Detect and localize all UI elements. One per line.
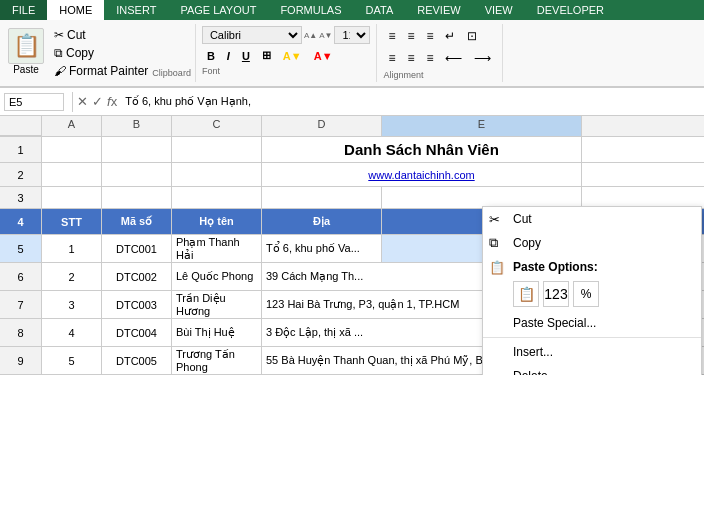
- underline-button[interactable]: U: [237, 48, 255, 64]
- col-header-E[interactable]: E: [382, 116, 582, 136]
- formula-bar: ✕ ✓ fx: [0, 88, 704, 116]
- cell-A3[interactable]: [42, 187, 102, 208]
- cell-A6[interactable]: 2: [42, 263, 102, 290]
- col-header-A[interactable]: A: [42, 116, 102, 136]
- paste-option-format[interactable]: %: [573, 281, 599, 307]
- tab-review[interactable]: REVIEW: [405, 0, 472, 20]
- cell-A9[interactable]: 5: [42, 347, 102, 374]
- font-grow-icon[interactable]: A▲: [304, 31, 317, 40]
- row-header-8[interactable]: 8: [0, 319, 42, 347]
- copy-button[interactable]: ⧉ Copy: [52, 45, 150, 61]
- cell-C9[interactable]: Trương Tấn Phong: [172, 347, 262, 374]
- paste-option-values[interactable]: 123: [543, 281, 569, 307]
- increase-indent-button[interactable]: ⟶: [469, 48, 496, 68]
- cell-B8[interactable]: DTC004: [102, 319, 172, 346]
- cut-label: Cut: [67, 28, 86, 42]
- format-painter-button[interactable]: 🖌 Format Painter: [52, 63, 150, 79]
- ctx-paste-special[interactable]: Paste Special...: [483, 311, 701, 335]
- ctx-copy[interactable]: ⧉ Copy: [483, 231, 701, 255]
- cell-C4-hoten[interactable]: Họ tên: [172, 209, 262, 234]
- fill-color-button[interactable]: A▼: [278, 48, 307, 64]
- cell-B2[interactable]: [102, 163, 172, 186]
- border-button[interactable]: ⊞: [257, 47, 276, 64]
- cell-A8[interactable]: 4: [42, 319, 102, 346]
- cancel-formula-icon[interactable]: ✕: [77, 94, 88, 109]
- confirm-formula-icon[interactable]: ✓: [92, 94, 103, 109]
- tab-home[interactable]: HOME: [47, 0, 104, 20]
- col-header-C[interactable]: C: [172, 116, 262, 136]
- bold-button[interactable]: B: [202, 48, 220, 64]
- decrease-indent-button[interactable]: ⟵: [440, 48, 467, 68]
- tab-formulas[interactable]: FORMULAS: [268, 0, 353, 20]
- cell-B9[interactable]: DTC005: [102, 347, 172, 374]
- paste-option-default[interactable]: 📋: [513, 281, 539, 307]
- paste-options-row: 📋 123 %: [483, 279, 701, 311]
- cell-B3[interactable]: [102, 187, 172, 208]
- row-header-4[interactable]: 4: [0, 209, 42, 235]
- tab-developer[interactable]: DEVELOPER: [525, 0, 616, 20]
- cell-D1-title[interactable]: Danh Sách Nhân Viên: [262, 137, 582, 162]
- cell-A2[interactable]: [42, 163, 102, 186]
- cell-E3[interactable]: [382, 187, 582, 208]
- cell-D5[interactable]: Tổ 6, khu phố Va...: [262, 235, 382, 262]
- font-group-title: Font: [202, 66, 371, 76]
- align-right-button[interactable]: ≡: [421, 48, 438, 68]
- insert-function-icon[interactable]: fx: [107, 94, 117, 109]
- row-header-6[interactable]: 6: [0, 263, 42, 291]
- cell-reference-input[interactable]: [4, 93, 64, 111]
- col-header-B[interactable]: B: [102, 116, 172, 136]
- tab-data[interactable]: DATA: [354, 0, 406, 20]
- cell-B7[interactable]: DTC003: [102, 291, 172, 318]
- cell-B6[interactable]: DTC002: [102, 263, 172, 290]
- ctx-insert[interactable]: Insert...: [483, 340, 701, 364]
- cut-button[interactable]: ✂ Cut: [52, 27, 150, 43]
- formula-input[interactable]: [121, 94, 700, 110]
- align-bottom-button[interactable]: ≡: [421, 26, 438, 46]
- cell-C5[interactable]: Phạm Thanh Hải: [172, 235, 262, 262]
- align-center-button[interactable]: ≡: [402, 48, 419, 68]
- font-name-select[interactable]: Calibri: [202, 26, 302, 44]
- paste-button[interactable]: 📋 Paste: [4, 26, 48, 77]
- cell-B1[interactable]: [102, 137, 172, 162]
- row-header-5[interactable]: 5: [0, 235, 42, 263]
- align-middle-button[interactable]: ≡: [402, 26, 419, 46]
- cell-D2-website[interactable]: www.dantaichinh.com: [262, 163, 582, 186]
- cell-C7[interactable]: Trần Diệu Hương: [172, 291, 262, 318]
- align-top-button[interactable]: ≡: [383, 26, 400, 46]
- cell-C6[interactable]: Lê Quốc Phong: [172, 263, 262, 290]
- col-header-D[interactable]: D: [262, 116, 382, 136]
- cell-C1[interactable]: [172, 137, 262, 162]
- font-shrink-icon[interactable]: A▼: [319, 31, 332, 40]
- cell-A5[interactable]: 1: [42, 235, 102, 262]
- cell-C8[interactable]: Bùi Thị Huệ: [172, 319, 262, 346]
- tab-file[interactable]: FILE: [0, 0, 47, 20]
- tab-view[interactable]: VIEW: [473, 0, 525, 20]
- merge-button[interactable]: ⊡: [462, 26, 482, 46]
- align-left-button[interactable]: ≡: [383, 48, 400, 68]
- row-header-2[interactable]: 2: [0, 163, 42, 187]
- row-header-1[interactable]: 1: [0, 137, 42, 163]
- ctx-insert-label: Insert...: [513, 345, 553, 359]
- ctx-cut[interactable]: ✂ Cut: [483, 207, 701, 231]
- font-size-select[interactable]: 11: [334, 26, 370, 44]
- row-header-7[interactable]: 7: [0, 291, 42, 319]
- row-header-9[interactable]: 9: [0, 347, 42, 375]
- cell-A4-stt[interactable]: STT: [42, 209, 102, 234]
- cell-D4-diachi[interactable]: Địa: [262, 209, 382, 234]
- cell-B4-maso[interactable]: Mã số: [102, 209, 172, 234]
- ctx-paste-options[interactable]: 📋 Paste Options:: [483, 255, 701, 279]
- cell-A7[interactable]: 3: [42, 291, 102, 318]
- tab-page-layout[interactable]: PAGE LAYOUT: [168, 0, 268, 20]
- ctx-delete[interactable]: Delete...: [483, 364, 701, 375]
- italic-button[interactable]: I: [222, 48, 235, 64]
- cell-C3[interactable]: [172, 187, 262, 208]
- cell-A1[interactable]: [42, 137, 102, 162]
- cell-B5[interactable]: DTC001: [102, 235, 172, 262]
- tab-insert[interactable]: INSERT: [104, 0, 168, 20]
- format-painter-icon: 🖌: [54, 64, 66, 78]
- cell-C2[interactable]: [172, 163, 262, 186]
- cell-D3[interactable]: [262, 187, 382, 208]
- row-header-3[interactable]: 3: [0, 187, 42, 209]
- font-color-button[interactable]: A▼: [309, 48, 338, 64]
- wrap-text-button[interactable]: ↵: [440, 26, 460, 46]
